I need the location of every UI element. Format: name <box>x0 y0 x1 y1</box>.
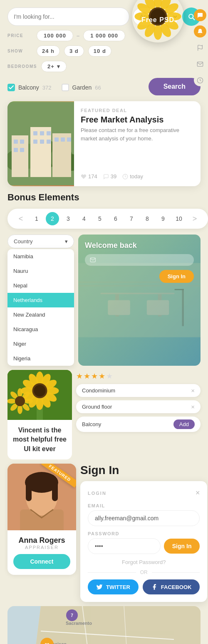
welcome-signin-button[interactable]: Sign In <box>159 270 194 283</box>
page-10-button[interactable]: 10 <box>172 212 186 225</box>
facebook-button[interactable]: FACEBOOK <box>143 579 200 594</box>
page-1-button[interactable]: 1 <box>30 212 43 225</box>
or-divider: OR <box>88 569 200 575</box>
tag-condominium-remove[interactable]: × <box>191 387 195 394</box>
star-4-filled: ★ <box>99 372 105 381</box>
page-next-button[interactable]: > <box>188 212 201 225</box>
price-separator: – <box>77 32 80 39</box>
signin-form-button[interactable]: Sign In <box>164 539 200 554</box>
sunflower-card-text: Vincent is the most helpful free UI kit … <box>7 420 72 459</box>
flag-icon-btn[interactable] <box>194 42 206 54</box>
signin-section: FEATURED Anna Rogers APPRAISER Connect <box>7 464 201 602</box>
show-24h-pill[interactable]: 24 h <box>37 45 60 57</box>
login-modal-label: LOGIN <box>88 491 106 496</box>
welcome-card-content: Welcome back Sign In <box>78 235 201 277</box>
svg-rect-33 <box>33 140 37 144</box>
page-4-button[interactable]: 4 <box>77 212 91 225</box>
country-item-niger[interactable]: Niger <box>7 337 74 351</box>
garden-checkbox[interactable] <box>62 84 69 91</box>
signin-title: Sign In <box>80 464 207 477</box>
show-filter-row: SHOW 24 h 3 d 10 d <box>7 45 201 57</box>
password-form-group: PASSWORD Sign In <box>88 531 200 554</box>
welcome-email-row <box>85 254 194 266</box>
chat-icon-btn[interactable] <box>194 9 206 21</box>
person-card: FEATURED Anna Rogers APPRAISER Connect <box>7 464 76 575</box>
svg-rect-29 <box>20 148 24 152</box>
clock-icon-btn[interactable] <box>194 74 206 86</box>
svg-rect-36 <box>54 137 59 142</box>
svg-rect-27 <box>20 140 24 144</box>
country-item-netherlands[interactable]: Netherlands <box>7 293 74 307</box>
search-input[interactable] <box>14 13 123 20</box>
featured-meta: 174 39 today <box>81 173 194 180</box>
price-min-pill[interactable]: 100 000 <box>37 30 73 41</box>
search-section: Apartment House Studio Office PRICE 100 … <box>0 0 208 95</box>
sunflower-ratings-row: Vincent is the most helpful free UI kit … <box>7 370 201 459</box>
svg-rect-46 <box>182 289 183 326</box>
bell-icon-btn[interactable] <box>194 25 206 37</box>
country-select-header[interactable]: Country ▾ <box>7 235 74 248</box>
welcome-title: Welcome back <box>85 241 194 250</box>
country-item-nauru[interactable]: Nauru <box>7 264 74 278</box>
svg-rect-41 <box>100 293 174 295</box>
featured-description: Please contact me for a free comparative… <box>81 126 194 142</box>
connect-button[interactable]: Connect <box>13 554 70 569</box>
country-selected: Country <box>14 238 33 245</box>
country-item-namibia[interactable]: Namibia <box>7 249 74 264</box>
price-range: 100 000 – 1 000 000 <box>37 30 125 41</box>
tag-balcony-add-button[interactable]: Add <box>173 419 195 429</box>
page-8-button[interactable]: 8 <box>141 212 154 225</box>
star-1-filled: ★ <box>76 372 83 381</box>
envelope-icon <box>90 257 96 263</box>
svg-text:Free PSD: Free PSD <box>141 16 174 23</box>
login-modal-close-button[interactable]: × <box>196 489 200 497</box>
country-item-nicaragua[interactable]: Nicaragua <box>7 322 74 337</box>
garden-checkbox-item[interactable]: Garden 66 <box>62 84 101 91</box>
balcony-checkbox-item[interactable]: Balcony 372 <box>7 84 52 91</box>
svg-point-66 <box>17 388 22 397</box>
page-prev-button[interactable]: < <box>14 212 27 225</box>
show-3d-pill[interactable]: 3 d <box>64 45 84 57</box>
mail-icon-btn[interactable] <box>194 58 206 70</box>
building-illustration <box>7 101 74 186</box>
price-max-pill[interactable]: 1 000 000 <box>83 30 125 41</box>
tag-balcony-label: Balcony <box>82 421 101 427</box>
svg-rect-31 <box>40 131 44 135</box>
tag-ground-floor-remove[interactable]: × <box>191 403 195 410</box>
email-input[interactable] <box>88 510 200 526</box>
svg-rect-47 <box>175 289 184 290</box>
star-5-empty: ★ <box>106 372 113 381</box>
welcome-email-input[interactable] <box>99 257 189 263</box>
svg-rect-80 <box>52 480 58 501</box>
login-modal: LOGIN × EMAIL PASSWORD Sign In Forgot Pa… <box>80 481 207 602</box>
country-item-nigeria[interactable]: Nigeria <box>7 351 74 366</box>
password-input[interactable] <box>88 538 161 554</box>
page-7-button[interactable]: 7 <box>125 212 138 225</box>
svg-rect-26 <box>14 140 18 144</box>
bedrooms-label: BEDROOMS <box>7 64 37 69</box>
show-10d-pill[interactable]: 10 d <box>88 45 111 57</box>
forgot-password-link[interactable]: Forgot Password? <box>88 559 200 565</box>
page-9-button[interactable]: 9 <box>156 212 170 225</box>
bedrooms-pill[interactable]: 2+ ▾ <box>41 61 67 72</box>
person-role: APPRAISER <box>13 545 70 550</box>
country-item-nepal[interactable]: Nepal <box>7 278 74 293</box>
page-2-button[interactable]: 2 <box>46 212 59 225</box>
person-body: Anna Rogers APPRAISER Connect <box>7 530 76 575</box>
facebook-icon <box>151 584 158 590</box>
balcony-checkbox[interactable] <box>7 84 15 91</box>
country-item-newzealand[interactable]: New Zealand <box>7 307 74 322</box>
tag-ground-floor: Ground floor × <box>76 400 201 413</box>
page-6-button[interactable]: 6 <box>109 212 122 225</box>
svg-rect-37 <box>61 137 65 142</box>
person-name: Anna Rogers <box>13 536 70 545</box>
featured-label: FEATURED DEAL <box>81 108 194 113</box>
featured-deal-card: FEATURED DEAL Free Market Analysis Pleas… <box>7 101 201 186</box>
email-form-group: EMAIL <box>88 503 200 526</box>
page-5-button[interactable]: 5 <box>93 212 106 225</box>
twitter-button[interactable]: TWITTER <box>88 579 139 594</box>
twitter-icon <box>96 584 103 590</box>
price-label: PRICE <box>7 33 32 38</box>
login-modal-header: LOGIN × <box>88 489 200 497</box>
page-3-button[interactable]: 3 <box>62 212 75 225</box>
